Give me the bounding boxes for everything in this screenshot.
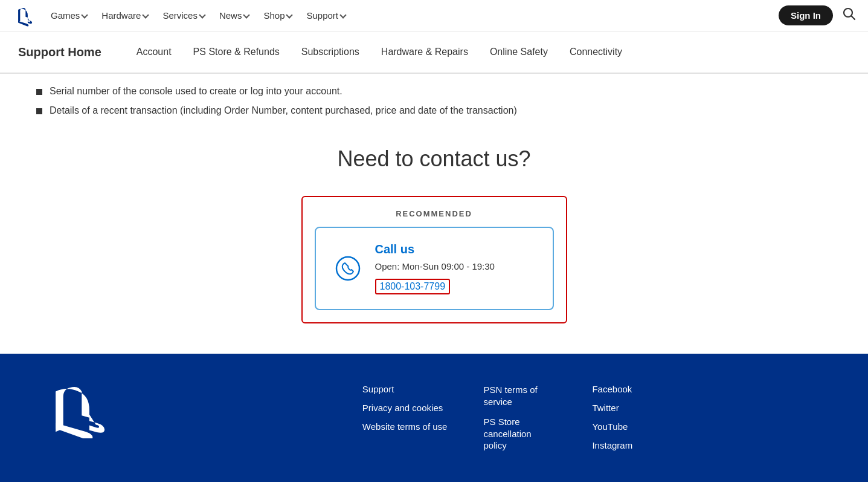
nav-item-shop[interactable]: Shop [257,7,298,24]
support-link-hardware[interactable]: Hardware & Repairs [370,42,479,62]
playstation-logo[interactable] [12,5,34,27]
phone-icon [333,253,363,284]
list-item: Details of a recent transaction (includi… [36,105,832,116]
footer-link-facebook[interactable]: Facebook [592,384,632,394]
footer: Support Privacy and cookies Website term… [0,354,868,482]
nav-item-hardware[interactable]: Hardware [95,7,154,24]
nav-item-support[interactable]: Support [300,7,352,24]
top-nav-right: Sign In [779,5,856,25]
main-content: Serial number of the console used to cre… [0,74,868,354]
footer-link-ps-store-cancel[interactable]: PS Store cancellation policy [483,416,556,452]
footer-col-3: Facebook Twitter YouTube Instagram [592,384,632,452]
support-link-online-safety[interactable]: Online Safety [479,42,559,62]
footer-link-twitter[interactable]: Twitter [592,403,632,413]
bullet-icon [36,89,42,95]
nav-item-services[interactable]: Services [156,7,211,24]
support-link-connectivity[interactable]: Connectivity [559,42,633,62]
chevron-down-icon [243,11,250,18]
list-item: Serial number of the console used to cre… [36,86,832,97]
footer-links: Support Privacy and cookies Website term… [163,384,832,452]
svg-line-1 [852,16,855,20]
nav-item-news[interactable]: News [213,7,256,24]
call-us-label: Call us [375,242,495,256]
footer-link-youtube[interactable]: YouTube [592,421,632,432]
chevron-down-icon [286,11,293,18]
nav-item-games[interactable]: Games [45,7,93,24]
chevron-down-icon [82,11,88,18]
footer-link-support[interactable]: Support [362,384,448,394]
footer-link-privacy[interactable]: Privacy and cookies [362,403,448,413]
call-card: Call us Open: Mon-Sun 09:00 - 19:30 1800… [315,227,554,310]
support-nav: Support Home Account PS Store & Refunds … [0,31,868,74]
chevron-down-icon [339,11,346,18]
call-info: Call us Open: Mon-Sun 09:00 - 19:30 1800… [375,242,495,294]
support-link-ps-store[interactable]: PS Store & Refunds [182,42,291,62]
main-nav-links: Games Hardware Services News Shop Suppor… [45,7,779,24]
contact-title: Need to contact us? [36,146,832,172]
footer-link-instagram[interactable]: Instagram [592,440,632,450]
search-button[interactable] [843,7,856,24]
chevron-down-icon [143,11,149,18]
support-link-account[interactable]: Account [126,42,182,62]
footer-col-1: Support Privacy and cookies Website term… [362,384,448,452]
recommended-label: RECOMMENDED [315,209,554,218]
footer-link-psn-terms[interactable]: PSN terms of service [483,384,556,407]
phone-number-link[interactable]: 1800-103-7799 [375,279,451,294]
contact-section: Need to contact us? RECOMMENDED Call us … [36,128,832,354]
bullet-icon [36,108,42,114]
footer-col-2: PSN terms of service PS Store cancellati… [483,384,556,452]
recommended-container: RECOMMENDED Call us Open: Mon-Sun 09:00 … [301,196,567,323]
footer-logo [36,384,115,441]
call-hours: Open: Mon-Sun 09:00 - 19:30 [375,260,495,273]
chevron-down-icon [199,11,205,18]
footer-link-terms[interactable]: Website terms of use [362,421,448,432]
bullet-list: Serial number of the console used to cre… [36,86,832,116]
top-nav: Games Hardware Services News Shop Suppor… [0,0,868,31]
sign-in-button[interactable]: Sign In [779,5,833,25]
support-link-subscriptions[interactable]: Subscriptions [291,42,370,62]
support-home-link[interactable]: Support Home [18,45,101,59]
support-nav-links: Account PS Store & Refunds Subscriptions… [126,42,633,62]
